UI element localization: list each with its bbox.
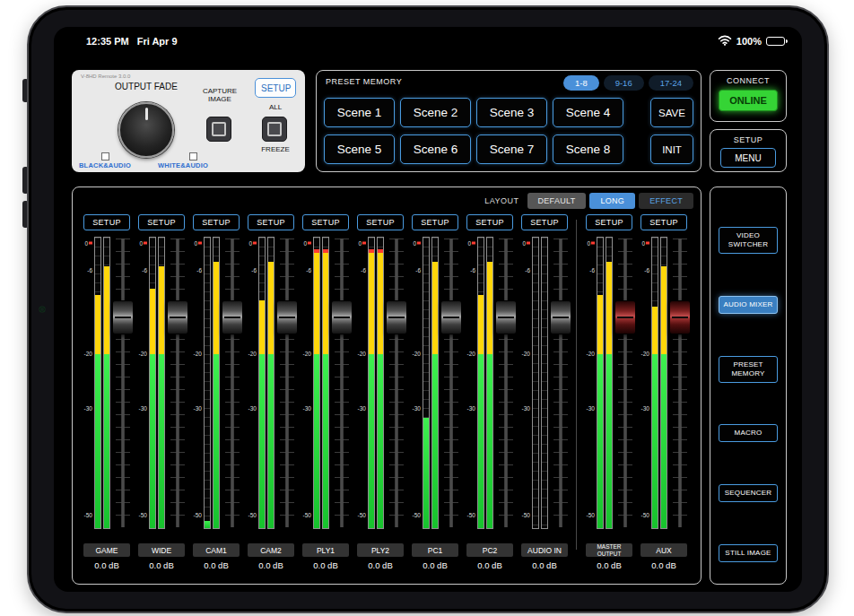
channel-setup-button-cam2[interactable]: SETUP [248, 214, 294, 230]
zero-db-tick [144, 241, 147, 244]
meter-area: 0-6-20-30-50 [135, 237, 188, 529]
save-button[interactable]: SAVE [650, 98, 693, 127]
fader-knob[interactable] [112, 300, 134, 334]
fader[interactable] [222, 237, 243, 529]
fader[interactable] [386, 237, 407, 529]
scene-button-scene-3[interactable]: Scene 3 [476, 98, 547, 127]
scene-button-scene-1[interactable]: Scene 1 [324, 98, 395, 127]
sidebar-item-sequencer[interactable]: SEQUENCER [719, 484, 778, 502]
meter-yellow-fill [259, 300, 265, 353]
channel-name-label: PC2 [466, 543, 513, 557]
db-scale-label: -6 [251, 267, 257, 273]
channel-setup-button-wide[interactable]: SETUP [138, 214, 185, 230]
all-label: ALL [255, 103, 296, 111]
fader-knob[interactable] [386, 300, 407, 334]
meter-area: 0-6-20-30-50 [299, 237, 353, 529]
channel-strip-master-output: SETUP0-6-20-30-50MASTER OUTPUT0.0 dB [582, 214, 636, 580]
meter-yellow-fill [323, 253, 328, 354]
db-scale-label: -50 [358, 511, 366, 517]
channel-name-label: AUDIO IN [521, 543, 568, 557]
scene-button-scene-2[interactable]: Scene 2 [400, 98, 471, 127]
meter-green-fill [259, 354, 265, 528]
fader-knob[interactable] [495, 300, 517, 334]
sidebar-item-macro[interactable]: MACRO [719, 424, 778, 442]
db-scale-label: -50 [139, 511, 147, 517]
scene-row: Scene 1Scene 2Scene 3Scene 4SAVE [324, 98, 693, 127]
connect-title: CONNECT [710, 76, 786, 85]
channel-setup-button-aux[interactable]: SETUP [640, 214, 687, 230]
fader[interactable] [495, 237, 517, 529]
scene-button-scene-7[interactable]: Scene 7 [476, 134, 547, 164]
capture-image-button[interactable] [206, 117, 231, 142]
preset-tab-17-24[interactable]: 17-24 [649, 75, 693, 91]
meter-area: 0-6-20-30-50 [637, 237, 691, 529]
sidebar-item-still-image[interactable]: STILL IMAGE [719, 544, 778, 562]
level-meter-left [204, 237, 211, 529]
scene-button-scene-5[interactable]: Scene 5 [324, 134, 395, 164]
fader[interactable] [276, 237, 298, 529]
fader-knob[interactable] [167, 300, 188, 334]
meter-yellow-fill [652, 307, 658, 354]
scene-button-scene-8[interactable]: Scene 8 [553, 134, 623, 164]
channel-db-value: 0.0 dB [597, 560, 621, 570]
channel-setup-button-cam1[interactable]: SETUP [193, 214, 240, 230]
meter-area: 0-6-20-30-50 [408, 237, 462, 529]
init-button[interactable]: INIT [650, 134, 693, 164]
fader-knob[interactable] [276, 300, 298, 334]
db-scale: 0-6-20-30-50 [299, 237, 311, 529]
fader[interactable] [112, 237, 134, 529]
fader[interactable] [167, 237, 188, 529]
db-scale-label: 0 [587, 239, 595, 246]
channel-setup-button-pc2[interactable]: SETUP [466, 214, 513, 230]
db-scale-label: -30 [467, 404, 475, 411]
fader[interactable] [440, 237, 462, 529]
fader[interactable] [669, 237, 691, 529]
channel-setup-button-ply2[interactable]: SETUP [357, 214, 404, 230]
fader[interactable] [550, 237, 571, 529]
scene-button-scene-4[interactable]: Scene 4 [553, 98, 623, 127]
meter-green-fill [214, 354, 219, 528]
sidebar-item-video-switcher[interactable]: VIDEO SWITCHER [719, 227, 778, 254]
freeze-button[interactable] [262, 117, 287, 142]
menu-button[interactable]: MENU [720, 148, 776, 168]
channel-setup-button-audio-in[interactable]: SETUP [521, 214, 568, 230]
sidebar-item-preset-memory[interactable]: PRESET MEMORY [719, 356, 778, 383]
layout-label: LAYOUT [484, 196, 518, 205]
channel-name-label: CAM2 [248, 543, 294, 557]
db-scale-label: -20 [303, 351, 311, 357]
preset-range-tabs: 1-89-1617-24 [563, 75, 693, 91]
channel-setup-button-game[interactable]: SETUP [83, 214, 130, 230]
channel-setup-button-ply1[interactable]: SETUP [302, 214, 349, 230]
meter-green-fill [268, 354, 274, 528]
output-fade-panel: V-8HD Remote 3.0.0 OUTPUT FADE CAPTURE I… [72, 70, 305, 172]
level-meter-left [477, 237, 484, 529]
channel-db-value: 0.0 dB [423, 560, 447, 570]
fader[interactable] [331, 237, 353, 529]
fader[interactable] [614, 237, 636, 529]
layout-option-default[interactable]: DEFAULT [527, 193, 587, 209]
fader-knob[interactable] [222, 300, 243, 334]
fader-knob[interactable] [440, 300, 462, 334]
output-fade-knob[interactable] [118, 102, 174, 158]
online-status-button[interactable]: ONLINE [719, 90, 778, 111]
preset-tab-9-16[interactable]: 9-16 [604, 75, 644, 91]
fade-setup-button[interactable]: SETUP [255, 78, 296, 98]
level-meter-left [94, 237, 101, 529]
fader-knob[interactable] [614, 300, 636, 334]
db-scale-label: -20 [194, 351, 202, 357]
channel-setup-button-pc1[interactable]: SETUP [412, 214, 458, 230]
layout-option-effect[interactable]: EFFECT [639, 193, 693, 209]
channel-strip-wide: SETUP0-6-20-30-50WIDE0.0 dB [135, 214, 188, 580]
sidebar-item-audio-mixer[interactable]: AUDIO MIXER [719, 296, 778, 314]
channel-setup-button-master-output[interactable]: SETUP [586, 214, 632, 230]
level-meter-right [541, 237, 548, 529]
layout-option-long[interactable]: LONG [589, 193, 635, 209]
ipad-frame: 12:35 PM Fri Apr 9 100% [27, 5, 829, 613]
fader-knob[interactable] [550, 300, 571, 334]
scene-button-scene-6[interactable]: Scene 6 [400, 134, 471, 164]
channel-name-label: MASTER OUTPUT [586, 543, 632, 557]
meter-green-fill [159, 354, 164, 528]
fader-knob[interactable] [669, 300, 691, 334]
fader-knob[interactable] [331, 300, 353, 334]
preset-tab-1-8[interactable]: 1-8 [563, 75, 599, 91]
